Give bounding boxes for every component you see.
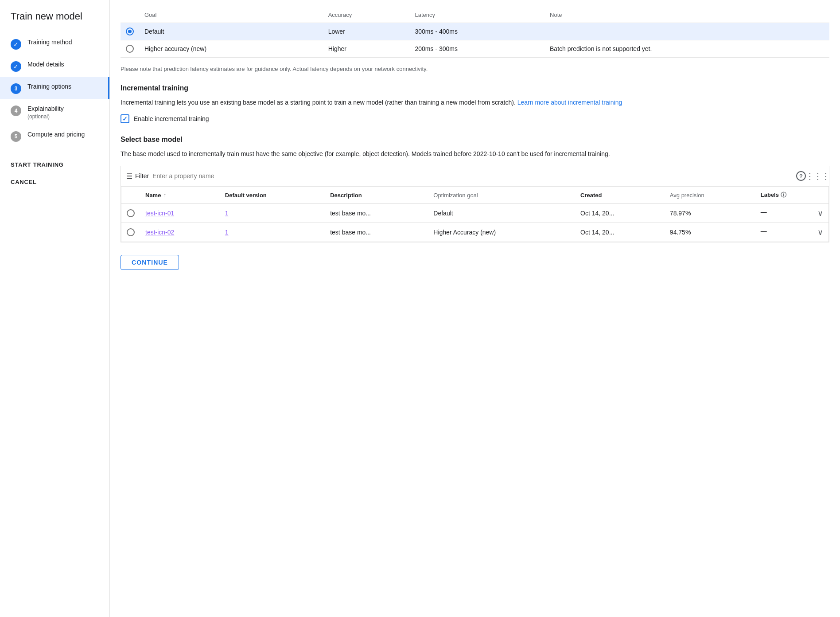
model-name-2[interactable]: test-icn-02	[140, 223, 220, 242]
sidebar-label-training-options: Training options	[27, 82, 71, 91]
incremental-training-desc-text: Incremental training lets you use an exi…	[121, 99, 516, 106]
latency-note: Please note that prediction latency esti…	[121, 65, 829, 74]
model-desc-1: test base mo...	[325, 204, 428, 223]
model-name-1[interactable]: test-icn-01	[140, 204, 220, 223]
base-model-desc: The base model used to incrementally tra…	[121, 149, 829, 159]
radio-higher-accuracy[interactable]	[126, 45, 134, 53]
latency-default: 300ms - 400ms	[410, 23, 545, 40]
note-higher: Batch prediction is not supported yet.	[544, 40, 829, 58]
filter-icon-wrap: ☰ Filter	[126, 172, 149, 180]
sort-asc-icon: ↑	[163, 192, 166, 199]
latency-higher: 200ms - 300ms	[410, 40, 545, 58]
col-goal: Goal	[139, 7, 323, 23]
model-labels-2: — ∨	[755, 223, 829, 242]
help-icon[interactable]: ?	[796, 171, 806, 181]
col-select	[121, 7, 139, 23]
main-content: Goal Accuracy Latency Note Default Lower…	[110, 0, 840, 617]
continue-button[interactable]: CONTINUE	[121, 255, 179, 270]
col-default-version[interactable]: Default version	[220, 187, 325, 204]
model-created-2: Oct 14, 20...	[575, 223, 665, 242]
col-created[interactable]: Created	[575, 187, 665, 204]
sidebar-item-training-options[interactable]: 3 Training options	[0, 77, 109, 99]
sidebar-label-compute-pricing: Compute and pricing	[27, 130, 85, 139]
col-accuracy: Accuracy	[323, 7, 410, 23]
radio-default[interactable]	[126, 27, 134, 35]
checkbox-label: Enable incremental training	[134, 115, 209, 122]
incremental-training-desc: Incremental training lets you use an exi…	[121, 98, 829, 107]
model-version-2[interactable]: 1	[220, 223, 325, 242]
model-precision-1: 78.97%	[665, 204, 755, 223]
model-row-2[interactable]: test-icn-02 1 test base mo... Higher Acc…	[121, 223, 829, 242]
sidebar-label-model-details: Model details	[27, 60, 64, 69]
sidebar-label-training-method: Training method	[27, 38, 72, 47]
col-description[interactable]: Description	[325, 187, 428, 204]
labels-info-icon: ⓘ	[781, 191, 786, 198]
incremental-training-title: Incremental training	[121, 84, 829, 92]
col-note: Note	[544, 7, 829, 23]
filter-actions: ? ⋮⋮⋮	[796, 170, 824, 182]
start-training-button[interactable]: START TRAINING	[0, 156, 109, 173]
sidebar-item-compute-pricing[interactable]: 5 Compute and pricing	[0, 125, 109, 147]
radio-model-2[interactable]	[127, 228, 135, 236]
model-version-link-2[interactable]: 1	[225, 229, 229, 236]
expand-icon-1[interactable]: ∨	[817, 208, 823, 218]
col-avg-precision[interactable]: Avg precision	[665, 187, 755, 204]
step-icon-5: 5	[11, 131, 21, 142]
goal-default: Default	[139, 23, 323, 40]
note-default	[544, 23, 829, 40]
table-row[interactable]: Higher accuracy (new) Higher 200ms - 300…	[121, 40, 829, 58]
model-radio-2[interactable]	[121, 223, 140, 242]
accuracy-higher: Higher	[323, 40, 410, 58]
model-link-1[interactable]: test-icn-01	[145, 210, 174, 217]
model-radio-1[interactable]	[121, 204, 140, 223]
step-icon-2: ✓	[11, 61, 21, 72]
model-version-1[interactable]: 1	[220, 204, 325, 223]
sidebar-item-explainability[interactable]: 4 Explainability (optional)	[0, 99, 109, 125]
col-latency: Latency	[410, 7, 545, 23]
step-icon-1: ✓	[11, 39, 21, 50]
model-goal-2: Higher Accuracy (new)	[428, 223, 575, 242]
base-model-title: Select base model	[121, 136, 829, 144]
columns-icon[interactable]: ⋮⋮⋮	[811, 170, 824, 182]
model-row-1[interactable]: test-icn-01 1 test base mo... Default Oc…	[121, 204, 829, 223]
model-desc-2: test base mo...	[325, 223, 428, 242]
col-labels[interactable]: Labels ⓘ	[755, 187, 829, 204]
filter-input[interactable]	[152, 172, 793, 180]
filter-label: Filter	[135, 172, 149, 180]
sidebar-item-training-method[interactable]: ✓ Training method	[0, 33, 109, 55]
filter-icon: ☰	[126, 172, 132, 180]
sidebar: Train new model ✓ Training method ✓ Mode…	[0, 0, 110, 617]
model-version-link-1[interactable]: 1	[225, 210, 229, 217]
goal-table: Goal Accuracy Latency Note Default Lower…	[121, 7, 829, 58]
model-table-wrapper: Name ↑ Default version Description Optim…	[121, 186, 829, 242]
model-table: Name ↑ Default version Description Optim…	[121, 186, 829, 242]
radio-model-1[interactable]	[127, 209, 135, 217]
col-name[interactable]: Name ↑	[140, 187, 220, 204]
table-row[interactable]: Default Lower 300ms - 400ms	[121, 23, 829, 40]
cancel-button[interactable]: CANCEL	[0, 173, 109, 191]
enable-incremental-training-checkbox[interactable]: Enable incremental training	[121, 114, 829, 123]
model-created-1: Oct 14, 20...	[575, 204, 665, 223]
col-optimization-goal[interactable]: Optimization goal	[428, 187, 575, 204]
sidebar-label-explainability: Explainability	[27, 105, 64, 113]
sidebar-sublabel-explainability: (optional)	[27, 113, 64, 120]
app-title: Train new model	[0, 11, 109, 33]
step-icon-4: 4	[11, 105, 21, 116]
model-labels-1: — ∨	[755, 204, 829, 223]
filter-bar: ☰ Filter ? ⋮⋮⋮	[121, 166, 829, 186]
checkbox-icon[interactable]	[121, 114, 129, 123]
sidebar-item-model-details[interactable]: ✓ Model details	[0, 55, 109, 77]
model-goal-1: Default	[428, 204, 575, 223]
accuracy-default: Lower	[323, 23, 410, 40]
step-icon-3: 3	[11, 83, 21, 94]
row-radio-default[interactable]	[121, 23, 139, 40]
row-radio-higher[interactable]	[121, 40, 139, 58]
goal-higher: Higher accuracy (new)	[139, 40, 323, 58]
learn-more-link[interactable]: Learn more about incremental training	[517, 99, 622, 106]
expand-icon-2[interactable]: ∨	[817, 227, 823, 237]
model-link-2[interactable]: test-icn-02	[145, 229, 174, 236]
col-select-model	[121, 187, 140, 204]
model-precision-2: 94.75%	[665, 223, 755, 242]
